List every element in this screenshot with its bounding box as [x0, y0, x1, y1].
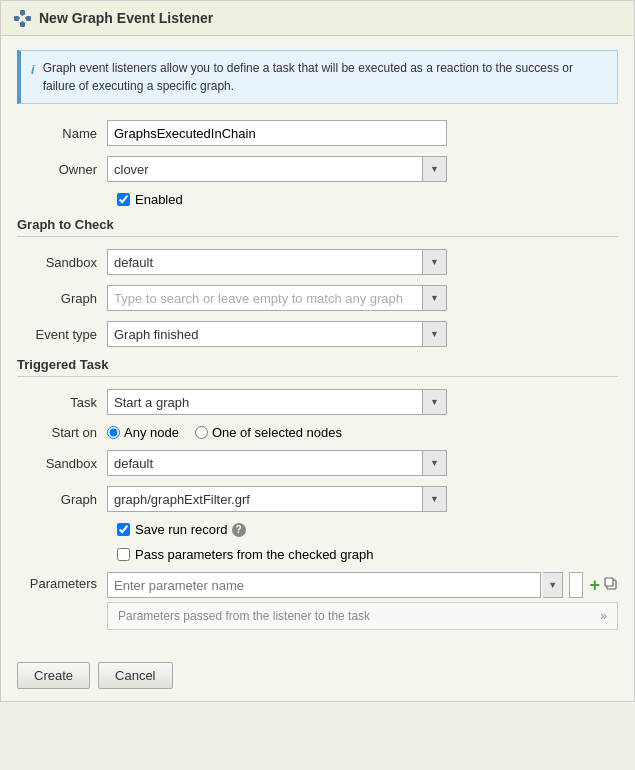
params-table-text: Parameters passed from the listener to t… [118, 609, 370, 623]
cancel-button[interactable]: Cancel [98, 662, 172, 689]
owner-row: Owner clover [17, 156, 618, 182]
name-input[interactable] [107, 120, 447, 146]
graph-dropdown-arrow[interactable] [422, 286, 446, 310]
task-label: Task [17, 395, 107, 410]
footer-buttons: Create Cancel [1, 650, 634, 701]
selected-nodes-option[interactable]: One of selected nodes [195, 425, 342, 440]
params-more[interactable]: » [600, 609, 607, 623]
pass-params-row: Pass parameters from the checked graph [17, 547, 618, 562]
name-row: Name [17, 120, 618, 146]
enabled-label[interactable]: Enabled [135, 192, 183, 207]
save-run-help-icon[interactable]: ? [232, 523, 246, 537]
sandbox-value: default [108, 251, 422, 274]
owner-value: clover [108, 158, 422, 181]
save-run-row: Save run record ? [17, 522, 618, 537]
start-on-label: Start on [17, 425, 107, 440]
selected-nodes-label: One of selected nodes [212, 425, 342, 440]
pass-params-label[interactable]: Pass parameters from the checked graph [135, 547, 373, 562]
info-text: Graph event listeners allow you to defin… [43, 59, 607, 95]
task-graph-label: Graph [17, 492, 107, 507]
graph-icon [13, 9, 31, 27]
any-node-option[interactable]: Any node [107, 425, 179, 440]
svg-rect-2 [26, 16, 31, 21]
params-input-group: + [107, 572, 618, 598]
info-icon: i [31, 60, 35, 95]
parameters-container: + Parameters passed from the listener to… [107, 572, 618, 630]
param-name-input[interactable] [107, 572, 541, 598]
task-dropdown-arrow[interactable] [422, 390, 446, 414]
save-run-checkbox[interactable] [117, 523, 130, 536]
param-type-dropdown[interactable] [543, 572, 563, 598]
start-on-group: Any node One of selected nodes [107, 425, 342, 440]
triggered-task-header: Triggered Task [17, 357, 618, 377]
selected-nodes-radio[interactable] [195, 426, 208, 439]
event-type-dropdown-arrow[interactable] [422, 322, 446, 346]
start-on-row: Start on Any node One of selected nodes [17, 425, 618, 440]
enabled-row: Enabled [17, 192, 618, 207]
task-graph-value: graph/graphExtFilter.grf [108, 488, 422, 511]
title-bar: New Graph Event Listener [1, 1, 634, 36]
graph-select[interactable]: Type to search or leave empty to match a… [107, 285, 447, 311]
owner-select[interactable]: clover [107, 156, 447, 182]
graph-row: Graph Type to search or leave empty to m… [17, 285, 618, 311]
task-graph-row: Graph graph/graphExtFilter.grf [17, 486, 618, 512]
event-type-select[interactable]: Graph finished [107, 321, 447, 347]
task-graph-dropdown-arrow[interactable] [422, 487, 446, 511]
task-sandbox-row: Sandbox default [17, 450, 618, 476]
task-value: Start a graph [108, 391, 422, 414]
parameters-label: Parameters [17, 572, 107, 591]
add-param-button[interactable]: + [589, 576, 600, 594]
graph-placeholder: Type to search or leave empty to match a… [108, 287, 422, 310]
task-sandbox-label: Sandbox [17, 456, 107, 471]
page-title: New Graph Event Listener [39, 10, 213, 26]
task-select[interactable]: Start a graph [107, 389, 447, 415]
create-button[interactable]: Create [17, 662, 90, 689]
sandbox-select[interactable]: default [107, 249, 447, 275]
svg-rect-3 [20, 22, 25, 27]
svg-rect-0 [14, 16, 19, 21]
owner-label: Owner [17, 162, 107, 177]
copy-param-button[interactable] [604, 577, 618, 594]
svg-rect-1 [20, 10, 25, 15]
save-run-label[interactable]: Save run record [135, 522, 228, 537]
task-row: Task Start a graph [17, 389, 618, 415]
parameters-row: Parameters + Parameters passed from [17, 572, 618, 630]
svg-rect-9 [605, 578, 613, 586]
event-type-value: Graph finished [108, 323, 422, 346]
owner-dropdown-arrow[interactable] [422, 157, 446, 181]
param-value-input[interactable] [569, 572, 583, 598]
sandbox-label: Sandbox [17, 255, 107, 270]
task-sandbox-dropdown-arrow[interactable] [422, 451, 446, 475]
event-type-label: Event type [17, 327, 107, 342]
pass-params-checkbox[interactable] [117, 548, 130, 561]
event-type-row: Event type Graph finished [17, 321, 618, 347]
task-sandbox-select[interactable]: default [107, 450, 447, 476]
task-graph-select[interactable]: graph/graphExtFilter.grf [107, 486, 447, 512]
any-node-radio[interactable] [107, 426, 120, 439]
task-sandbox-value: default [108, 452, 422, 475]
sandbox-dropdown-arrow[interactable] [422, 250, 446, 274]
params-table: Parameters passed from the listener to t… [107, 602, 618, 630]
any-node-label: Any node [124, 425, 179, 440]
sandbox-row: Sandbox default [17, 249, 618, 275]
graph-to-check-header: Graph to Check [17, 217, 618, 237]
enabled-checkbox[interactable] [117, 193, 130, 206]
copy-icon [604, 577, 618, 591]
info-box: i Graph event listeners allow you to def… [17, 50, 618, 104]
window: New Graph Event Listener i Graph event l… [0, 0, 635, 702]
graph-label: Graph [17, 291, 107, 306]
name-label: Name [17, 126, 107, 141]
